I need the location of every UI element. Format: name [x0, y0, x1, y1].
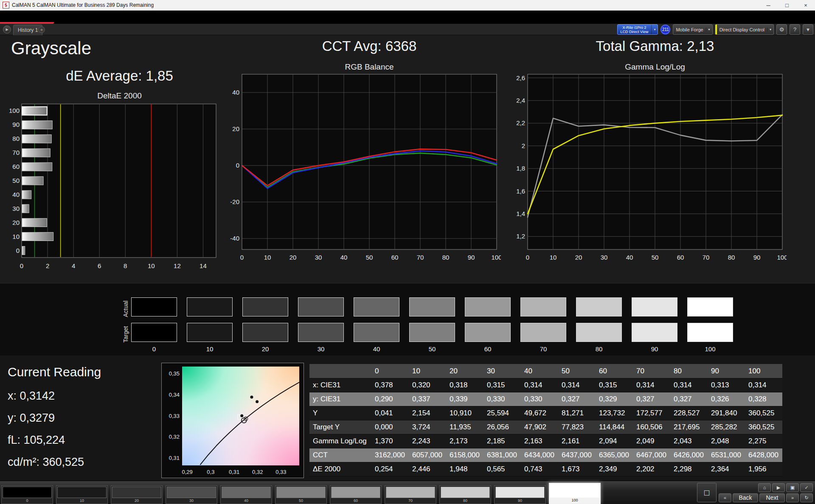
table-cell: 291,840: [708, 409, 745, 417]
patch-swatch: [331, 487, 380, 498]
table-cell: 2,202: [633, 465, 670, 473]
table-cell: 2,049: [633, 437, 670, 445]
target-swatch: [354, 323, 399, 342]
chevron-down-icon: ▾: [767, 28, 773, 31]
cie-panel: 0,290,30,310,320,33 0,350,340,330,320,31: [161, 363, 304, 478]
svg-text:20: 20: [289, 254, 297, 261]
de-average-heading: dE Average: 1,85: [22, 68, 217, 84]
titlebar: 5 CalMAN 5 CalMAN Ultimate for Business …: [0, 0, 815, 11]
actual-swatch: [632, 297, 677, 316]
cie-ytick-label: 0,33: [165, 413, 180, 419]
svg-text:40: 40: [12, 191, 20, 198]
svg-text:14: 14: [200, 262, 207, 269]
meter-select-button[interactable]: X-Rite i1Pro 2 LCD Direct View ▾: [617, 24, 658, 35]
workflow-nav: □ ⌂ ▶ ▣ ✓ « Back Next » ↻: [697, 483, 813, 502]
cct-avg-heading: CCT Avg: 6368: [242, 38, 497, 54]
reading-area: Current Reading x: 0,3142 y: 0,3279 fL: …: [0, 356, 815, 481]
table-header-cell: 50: [558, 367, 596, 375]
patch-label: 60: [330, 498, 381, 504]
pattern-source-button[interactable]: Mobile Forge ▾: [673, 24, 712, 35]
next-button[interactable]: Next: [759, 493, 785, 502]
svg-text:50: 50: [652, 254, 659, 261]
patch-button-80[interactable]: 80: [439, 485, 491, 504]
meter-mode: LCD Direct View: [621, 30, 649, 34]
svg-text:2: 2: [46, 262, 49, 269]
table-cell: 172,577: [633, 409, 670, 417]
target-swatch: [131, 323, 177, 342]
patch-button-90[interactable]: 90: [494, 485, 546, 504]
plus-icon: +: [40, 27, 43, 32]
help-button[interactable]: ?: [790, 24, 800, 35]
patch-swatch: [386, 487, 435, 498]
svg-text:60: 60: [391, 254, 399, 261]
patch-button-30[interactable]: 30: [166, 485, 217, 504]
patch-button-50[interactable]: 50: [275, 485, 327, 504]
patch-button-40[interactable]: 40: [220, 485, 272, 504]
swatch-column-label: 70: [520, 345, 566, 353]
table-cell: 2,163: [521, 437, 558, 445]
svg-text:0: 0: [20, 262, 23, 269]
patch-button-100[interactable]: 100: [549, 483, 601, 504]
cie-ytick-label: 0,34: [165, 392, 180, 398]
table-cell: 6381,000: [483, 451, 521, 459]
table-cell: 81,271: [558, 409, 596, 417]
patch-button-10[interactable]: 10: [56, 485, 108, 504]
table-cell: 0,041: [371, 409, 409, 417]
patch-swatch: [57, 487, 107, 498]
maximize-button[interactable]: □: [778, 0, 796, 10]
target-swatch: [632, 323, 677, 342]
refresh-button[interactable]: ↻: [800, 493, 813, 502]
results-table: 0102030405060708090100x: CIE310,3780,320…: [309, 364, 782, 476]
svg-text:-40: -40: [230, 235, 239, 242]
svg-text:70: 70: [417, 254, 424, 261]
more-button[interactable]: ▾: [803, 24, 813, 35]
stop-button[interactable]: ▣: [786, 483, 799, 492]
table-header-cell: 60: [596, 367, 633, 375]
patch-label: 50: [275, 498, 326, 504]
swatch-column-label: 10: [187, 345, 233, 353]
actual-swatch: [576, 297, 622, 316]
patch-button-60[interactable]: 60: [330, 485, 382, 504]
actual-row-label: Actual: [122, 296, 129, 322]
settings-button[interactable]: ⚙: [776, 24, 787, 35]
home-button[interactable]: ⌂: [758, 483, 771, 492]
table-cell: 0,314: [745, 381, 782, 389]
close-button[interactable]: ×: [796, 0, 815, 10]
display-control-button[interactable]: Direct Display Control ▾: [715, 24, 774, 35]
svg-text:6: 6: [98, 262, 101, 269]
table-cell: 2,161: [558, 437, 596, 445]
reading-count-badge: 211: [660, 25, 670, 34]
svg-text:2: 2: [522, 142, 525, 149]
accept-button[interactable]: ✓: [800, 483, 813, 492]
chevron-down-icon: ▾: [651, 25, 658, 34]
table-cell: 2,243: [409, 437, 446, 445]
read-button[interactable]: ▶: [772, 483, 785, 492]
patch-button-70[interactable]: 70: [385, 485, 436, 504]
add-tab-button[interactable]: +: [38, 26, 45, 33]
svg-text:40: 40: [340, 254, 348, 261]
table-cell: 0,330: [521, 395, 558, 403]
table-row: CCT3162,0006057,0006158,0006381,0006434,…: [309, 448, 782, 462]
tab-scroll-button[interactable]: ▶: [3, 25, 11, 34]
bottom-bar: 0102030405060708090100 □ ⌂ ▶ ▣ ✓ « Back …: [0, 481, 815, 504]
svg-text:-20: -20: [230, 198, 239, 205]
pattern-window-button[interactable]: □: [697, 483, 717, 502]
cie-xtick-label: 0,31: [228, 469, 241, 475]
svg-text:20: 20: [575, 254, 582, 261]
swatch-column-label: 80: [576, 345, 622, 353]
last-page-button[interactable]: »: [786, 493, 799, 502]
patch-button-20[interactable]: 20: [111, 485, 163, 504]
first-page-button[interactable]: «: [719, 493, 731, 502]
table-row: x: CIE310,3780,3200,3180,3150,3140,3140,…: [309, 378, 782, 392]
table-cell: 0,320: [409, 381, 446, 389]
patch-button-0[interactable]: 0: [1, 485, 53, 504]
table-header-cell: 10: [409, 367, 446, 375]
back-button[interactable]: Back: [733, 493, 758, 502]
minimize-button[interactable]: ─: [759, 0, 778, 10]
svg-text:0: 0: [236, 162, 239, 169]
table-cell: 123,732: [596, 409, 633, 417]
table-cell: 49,672: [521, 409, 558, 417]
table-row: Y0,0412,15410,91025,59449,67281,271123,7…: [309, 406, 782, 420]
target-swatch: [298, 323, 344, 342]
patch-label: 20: [111, 498, 162, 504]
